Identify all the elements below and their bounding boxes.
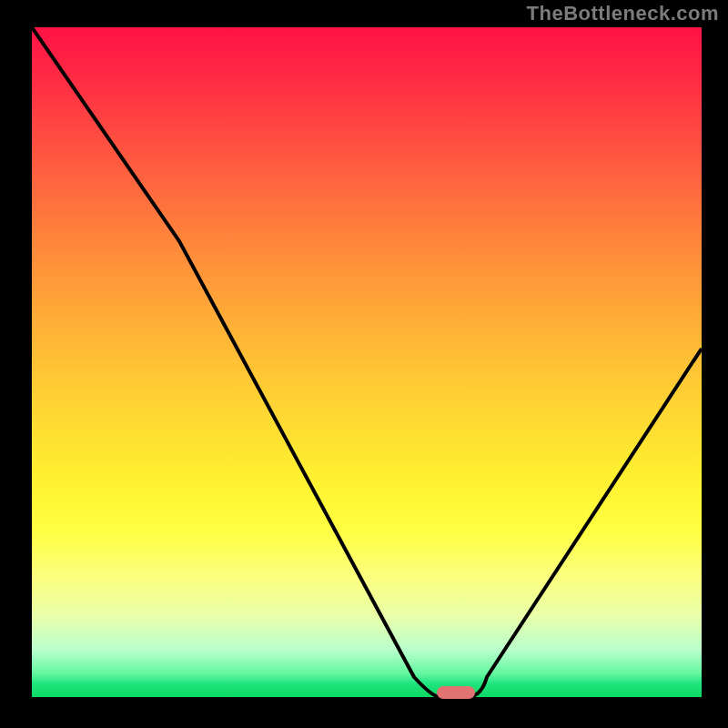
plot-area (32, 27, 702, 697)
watermark-text: TheBottleneck.com (527, 2, 719, 25)
bottleneck-curve (32, 27, 702, 697)
optimal-marker (437, 686, 475, 699)
chart-container: TheBottleneck.com (0, 0, 728, 728)
curve-path (32, 27, 702, 697)
